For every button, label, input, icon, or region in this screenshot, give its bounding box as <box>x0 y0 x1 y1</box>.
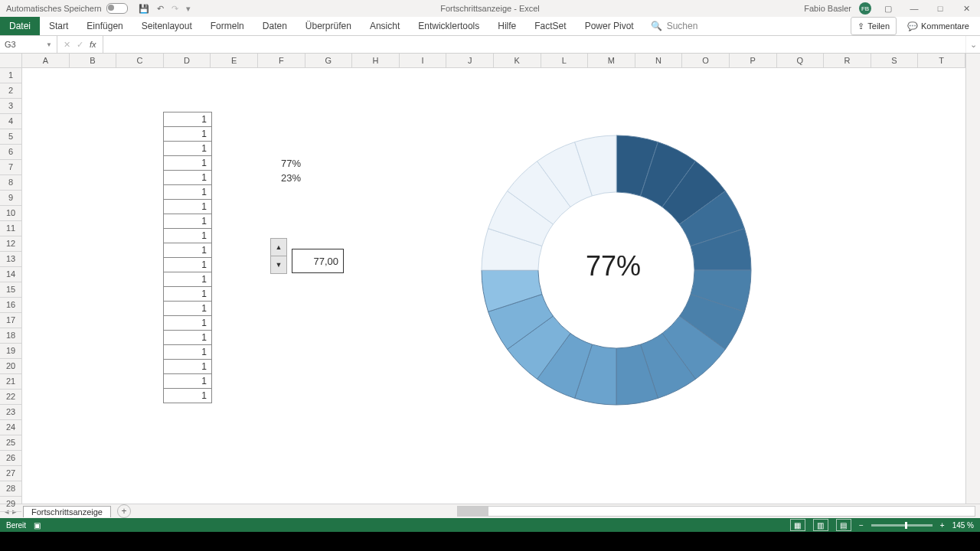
row-header[interactable]: 13 <box>0 252 21 267</box>
data-cell[interactable]: 1 <box>163 214 212 229</box>
tab-power pivot[interactable]: Power Pivot <box>576 17 643 35</box>
row-header[interactable]: 24 <box>0 420 21 435</box>
share-button[interactable]: ⇪ Teilen <box>851 17 897 35</box>
tab-überprüfen[interactable]: Überprüfen <box>296 17 361 35</box>
row-header[interactable]: 4 <box>0 114 21 129</box>
row-header[interactable]: 8 <box>0 175 21 191</box>
row-header[interactable]: 14 <box>0 267 21 282</box>
data-cell[interactable]: 1 <box>163 257 212 272</box>
name-box[interactable]: G3 ▼ <box>0 36 57 53</box>
spin-down-button[interactable]: ▼ <box>271 256 286 273</box>
tab-entwicklertools[interactable]: Entwicklertools <box>409 17 488 35</box>
data-cell[interactable]: 1 <box>163 184 212 200</box>
data-cell[interactable]: 1 <box>163 141 212 156</box>
data-cell[interactable]: 1 <box>163 359 212 374</box>
view-normal-icon[interactable]: ▦ <box>790 519 805 531</box>
maximize-icon[interactable]: □ <box>931 4 949 13</box>
row-header[interactable]: 18 <box>0 328 21 344</box>
close-icon[interactable]: ✕ <box>957 4 975 14</box>
row-header[interactable]: 5 <box>0 129 21 145</box>
row-header[interactable]: 2 <box>0 83 21 99</box>
col-header[interactable]: D <box>164 54 211 67</box>
redo-icon[interactable]: ↷ <box>172 4 178 14</box>
cancel-icon[interactable]: ✕ <box>64 40 70 50</box>
toggle-icon[interactable] <box>106 3 128 14</box>
spin-up-button[interactable]: ▲ <box>271 239 286 256</box>
tab-hilfe[interactable]: Hilfe <box>488 17 525 35</box>
tab-factset[interactable]: FactSet <box>525 17 575 35</box>
data-cell[interactable]: 1 <box>163 170 212 185</box>
row-header[interactable]: 23 <box>0 405 21 420</box>
col-header[interactable]: J <box>446 54 494 67</box>
data-cell[interactable]: 1 <box>163 344 212 360</box>
row-header[interactable]: 28 <box>0 481 21 497</box>
select-all-button[interactable] <box>0 54 21 68</box>
autosave-toggle[interactable]: Automatisches Speichern <box>6 3 128 14</box>
col-header[interactable]: S <box>871 54 919 67</box>
data-cell[interactable]: 1 <box>163 126 212 142</box>
confirm-icon[interactable]: ✓ <box>77 40 83 50</box>
data-cell[interactable]: 1 <box>163 388 212 403</box>
row-header[interactable]: 26 <box>0 451 21 466</box>
col-header[interactable]: A <box>22 54 70 67</box>
tab-daten[interactable]: Daten <box>253 17 296 35</box>
qat-dropdown-icon[interactable]: ▾ <box>186 4 191 14</box>
col-header[interactable]: T <box>918 54 965 67</box>
col-header[interactable]: K <box>494 54 541 67</box>
data-cell[interactable]: 1 <box>163 155 212 171</box>
col-header[interactable]: M <box>588 54 635 67</box>
spin-value[interactable]: 77,00 <box>292 249 344 273</box>
row-header[interactable]: 9 <box>0 191 21 206</box>
data-cell[interactable]: 1 <box>163 112 212 127</box>
zoom-slider[interactable] <box>871 524 933 527</box>
col-header[interactable]: P <box>730 54 777 67</box>
data-cell[interactable]: 1 <box>163 301 212 316</box>
row-header[interactable]: 25 <box>0 435 21 451</box>
data-cell[interactable]: 1 <box>163 330 212 345</box>
ribbon-display-icon[interactable]: ▢ <box>879 4 897 14</box>
vertical-scrollbar[interactable] <box>965 54 980 504</box>
horizontal-scrollbar[interactable] <box>457 506 975 517</box>
view-pagebreak-icon[interactable]: ▤ <box>836 519 851 531</box>
col-header[interactable]: I <box>400 54 447 67</box>
row-header[interactable]: 19 <box>0 344 21 359</box>
add-sheet-button[interactable]: + <box>117 504 131 518</box>
row-header[interactable]: 21 <box>0 374 21 390</box>
tab-einfügen[interactable]: Einfügen <box>77 17 132 35</box>
undo-icon[interactable]: ↶ <box>157 4 164 14</box>
col-header[interactable]: R <box>824 54 871 67</box>
col-header[interactable]: F <box>258 54 305 67</box>
zoom-in-icon[interactable]: + <box>940 521 945 530</box>
tab-start[interactable]: Start <box>40 17 77 35</box>
col-header[interactable]: H <box>352 54 400 67</box>
comments-button[interactable]: 💬 Kommentare <box>901 17 975 35</box>
data-cell[interactable]: 1 <box>163 272 212 287</box>
row-header[interactable]: 20 <box>0 359 21 374</box>
col-header[interactable]: C <box>116 54 164 67</box>
row-header[interactable]: 6 <box>0 145 21 160</box>
view-layout-icon[interactable]: ▥ <box>813 519 828 531</box>
fx-icon[interactable]: fx <box>90 40 96 49</box>
avatar[interactable]: FB <box>859 2 871 15</box>
row-header[interactable]: 7 <box>0 160 21 175</box>
tab-seitenlayout[interactable]: Seitenlayout <box>132 17 201 35</box>
row-header[interactable]: 16 <box>0 298 21 313</box>
tab-formeln[interactable]: Formeln <box>201 17 253 35</box>
col-header[interactable]: Q <box>777 54 825 67</box>
data-cell[interactable]: 1 <box>163 286 212 302</box>
data-cell[interactable]: 1 <box>163 373 212 389</box>
data-cell[interactable]: 1 <box>163 315 212 331</box>
row-header[interactable]: 27 <box>0 466 21 481</box>
col-header[interactable]: G <box>305 54 353 67</box>
col-header[interactable]: L <box>541 54 589 67</box>
tab-ansicht[interactable]: Ansicht <box>361 17 409 35</box>
cell-percent-1[interactable]: 77% <box>281 158 301 169</box>
row-header[interactable]: 12 <box>0 236 21 252</box>
zoom-out-icon[interactable]: − <box>859 521 864 530</box>
data-cell[interactable]: 1 <box>163 243 212 258</box>
expand-formula-icon[interactable]: ⌄ <box>965 36 980 53</box>
search-box[interactable]: 🔍 Suchen <box>651 17 698 35</box>
row-header[interactable]: 29 <box>0 497 21 512</box>
save-icon[interactable]: 💾 <box>139 4 149 14</box>
row-header[interactable]: 22 <box>0 390 21 405</box>
